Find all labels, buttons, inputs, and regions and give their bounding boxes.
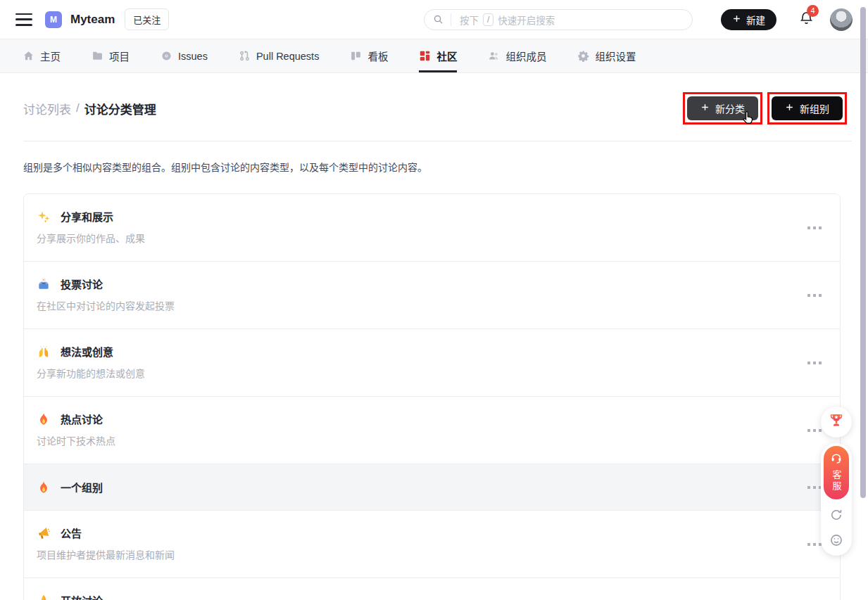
new-group-label: 新组别 — [800, 101, 829, 115]
nav-item-issues[interactable]: Issues — [161, 39, 208, 72]
nav-label: Issues — [178, 51, 208, 62]
annotation-box-new-group: 新组别 — [767, 92, 847, 125]
nav-label: Pull Requests — [256, 51, 319, 62]
list-item-group[interactable]: 一个组别 — [24, 464, 840, 510]
issues-icon — [161, 50, 172, 62]
headset-chat-icon — [830, 452, 843, 467]
breadcrumb-separator: / — [76, 101, 80, 115]
head-buttons: 新分类 新组别 — [683, 92, 847, 125]
search-placeholder-suffix: 快速开启搜索 — [498, 13, 555, 27]
nav-label: 主页 — [40, 49, 61, 63]
rewards-button[interactable] — [821, 407, 852, 438]
category-desc: 在社区中对讨论的内容发起投票 — [37, 298, 798, 312]
bell-icon — [799, 15, 814, 27]
plus-icon — [732, 14, 741, 25]
org-name: Myteam — [70, 13, 115, 27]
nav-label: 项目 — [109, 49, 130, 63]
customer-service-button[interactable]: 客服 — [824, 446, 849, 499]
sparkles-icon — [37, 210, 51, 224]
followed-button[interactable]: 已关注 — [125, 8, 169, 30]
breadcrumb-discussion-list[interactable]: 讨论列表 — [23, 100, 71, 117]
list-item-ideas[interactable]: 想法或创意 分享新功能的想法或创意 — [24, 328, 840, 396]
search-input[interactable]: 按下 / 快速开启搜索 — [424, 9, 693, 30]
new-button-label: 新建 — [746, 13, 765, 27]
megaphone-icon — [37, 526, 51, 540]
refresh-icon — [829, 508, 843, 525]
category-desc: 分享展示你的作品、成果 — [37, 231, 798, 245]
folded-hands-icon — [37, 594, 51, 600]
nav-item-kanban[interactable]: 看板 — [350, 39, 388, 72]
row-menu-button[interactable] — [805, 224, 824, 232]
org-nav: 主页 项目 Issues Pull Requests 看板 社区 — [0, 39, 868, 73]
category-desc: 讨论时下技术热点 — [37, 433, 798, 447]
nav-item-pull-requests[interactable]: Pull Requests — [239, 39, 319, 72]
community-icon — [419, 50, 431, 62]
feedback-button[interactable] — [821, 533, 852, 550]
row-menu-button[interactable] — [805, 291, 824, 300]
trophy-icon — [828, 412, 845, 432]
notification-badge: 4 — [807, 5, 819, 17]
page-title: 讨论分类管理 — [84, 100, 156, 117]
top-bar: M Myteam 已关注 按下 / 快速开启搜索 新建 4 — [0, 0, 868, 39]
category-title: 想法或创意 — [61, 344, 113, 359]
raising-hands-icon — [37, 345, 51, 359]
fire-icon — [37, 412, 51, 426]
nav-item-home[interactable]: 主页 — [23, 39, 61, 72]
assistant-widget: 客服 — [821, 443, 852, 556]
category-title: 热点讨论 — [61, 411, 103, 426]
nav-label: 社区 — [436, 49, 457, 63]
category-desc: 分享新功能的想法或创意 — [37, 366, 798, 380]
nav-item-settings[interactable]: 组织设置 — [577, 39, 636, 72]
category-title: 投票讨论 — [61, 276, 103, 291]
nav-item-projects[interactable]: 项目 — [92, 39, 130, 72]
plus-icon — [785, 103, 794, 114]
group-title: 一个组别 — [61, 480, 103, 494]
folder-icon — [92, 50, 103, 62]
fire-icon — [37, 480, 51, 494]
category-desc: 项目维护者提供最新消息和新闻 — [37, 547, 798, 561]
annotation-box-new-category: 新分类 — [683, 92, 762, 125]
row-menu-button[interactable] — [805, 359, 824, 367]
kanban-icon — [350, 50, 362, 62]
search-icon — [433, 14, 444, 25]
gear-icon — [577, 50, 589, 62]
plus-icon — [700, 103, 710, 114]
new-group-button[interactable]: 新组别 — [772, 96, 843, 120]
nav-label: 组织成员 — [505, 49, 546, 63]
category-title: 分享和展示 — [61, 209, 113, 224]
new-category-label: 新分类 — [715, 101, 745, 115]
customer-service-label: 客服 — [831, 470, 843, 492]
list-item-open[interactable]: 开放讨论 不适合在其他分类中讨论的与项目相关的任务及所有内容 — [24, 577, 840, 600]
category-list: 分享和展示 分享展示你的作品、成果 投票讨论 在社区中对讨论的内容发起投票 — [23, 193, 841, 600]
org-avatar[interactable]: M — [45, 11, 62, 28]
menu-icon[interactable] — [15, 13, 32, 26]
list-item-hot[interactable]: 热点讨论 讨论时下技术热点 — [24, 396, 840, 464]
pull-request-icon — [239, 50, 251, 62]
members-icon — [488, 50, 500, 62]
new-button[interactable]: 新建 — [721, 9, 776, 30]
page-description: 组别是多个相似内容类型的组合。组别中包含讨论的内容类型，以及每个类型中的讨论内容… — [0, 141, 868, 193]
user-avatar[interactable] — [830, 8, 853, 31]
search-divider — [451, 13, 451, 26]
new-category-button[interactable]: 新分类 — [687, 96, 758, 120]
home-icon — [23, 50, 34, 62]
smiley-icon — [829, 533, 843, 550]
category-title: 公告 — [61, 525, 82, 540]
slash-key-hint: / — [483, 13, 493, 26]
category-title: 开放讨论 — [61, 593, 103, 600]
ballot-box-icon — [37, 277, 51, 291]
page-header: 讨论列表 / 讨论分类管理 新分类 新组别 — [0, 73, 868, 125]
nav-item-community[interactable]: 社区 — [419, 39, 457, 72]
breadcrumb: 讨论列表 / 讨论分类管理 — [23, 100, 156, 117]
list-item-share[interactable]: 分享和展示 分享展示你的作品、成果 — [24, 194, 840, 261]
refresh-button[interactable] — [821, 508, 852, 525]
list-item-vote[interactable]: 投票讨论 在社区中对讨论的内容发起投票 — [24, 261, 840, 328]
scrollbar-thumb[interactable] — [860, 7, 866, 498]
search-placeholder-prefix: 按下 — [460, 13, 479, 27]
nav-label: 组织设置 — [595, 49, 636, 63]
list-item-announcement[interactable]: 公告 项目维护者提供最新消息和新闻 — [24, 510, 840, 577]
nav-label: 看板 — [367, 49, 388, 63]
notifications-button[interactable]: 4 — [799, 11, 814, 28]
nav-item-members[interactable]: 组织成员 — [488, 39, 546, 72]
